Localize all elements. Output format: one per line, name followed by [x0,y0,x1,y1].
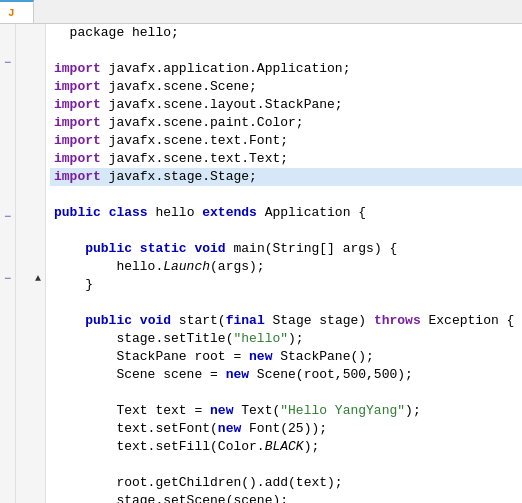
token: package hello; [54,24,179,42]
line-gutter: ▲ [16,24,46,503]
gutter-line-number [16,488,45,503]
token: public [85,312,132,330]
code-line: import javafx.application.Application; [50,60,522,78]
token [54,312,85,330]
code-content[interactable]: package hello;import javafx.application.… [46,24,522,503]
code-line: public void start(final Stage stage) thr… [50,312,522,330]
left-bar-cell [0,318,15,333]
code-line [50,42,522,60]
token: import [54,96,101,114]
fold-triangle-icon[interactable]: ▲ [35,273,41,284]
token: stage.setTitle( [54,330,233,348]
token: Launch [163,258,210,276]
gutter-line-number [16,70,45,85]
collapse-icon[interactable]: − [4,273,11,285]
left-bar-cell [0,395,15,410]
collapse-icon[interactable]: − [4,57,11,69]
code-line: import javafx.scene.text.Font; [50,132,522,150]
editor-container: J −−− ▲ package hello;import javafx.appl… [0,0,522,503]
code-line: Scene scene = new Scene(root,500,500); [50,366,522,384]
token: Text text = [54,402,210,420]
left-bar-cell [0,379,15,394]
code-line: import javafx.scene.Scene; [50,78,522,96]
left-bar-cell [0,225,15,240]
tab-bar: J [0,0,522,24]
gutter-line-number [16,163,45,178]
token: root.getChildren().add(text); [54,474,343,492]
left-bar-cell [0,132,15,147]
token [101,204,109,222]
left-bar-cell[interactable]: − [0,209,15,224]
token: Exception { [421,312,515,330]
left-bar-cell [0,117,15,132]
code-line: import javafx.scene.layout.StackPane; [50,96,522,114]
token [54,240,85,258]
gutter-line-number [16,333,45,348]
left-bar-cell [0,256,15,271]
gutter-line-number [16,117,45,132]
left-bar-cell [0,24,15,39]
left-bar-cell[interactable]: − [0,55,15,70]
gutter-line-number [16,225,45,240]
token: import [54,60,101,78]
code-area: −−− ▲ package hello;import javafx.applic… [0,24,522,503]
code-line: root.getChildren().add(text); [50,474,522,492]
token: throws [374,312,421,330]
token: start( [171,312,226,330]
code-line: } [50,276,522,294]
token: public [54,204,101,222]
token: extends [202,204,257,222]
token: javafx.scene.text.Text; [101,150,288,168]
gutter-line-number [16,101,45,116]
token: void [140,312,171,330]
code-line: import javafx.stage.Stage; [50,168,522,186]
token: import [54,78,101,96]
token [187,240,195,258]
left-bar-cell [0,333,15,348]
gutter-line-number [16,24,45,39]
code-line: public static void main(String[] args) { [50,240,522,258]
left-bar-cell [0,240,15,255]
gutter-line-number [16,86,45,101]
gutter-line-number [16,457,45,472]
code-line: import javafx.scene.text.Text; [50,150,522,168]
token: javafx.application. [101,60,257,78]
left-bar-cell [0,349,15,364]
token: main(String[] args) { [226,240,398,258]
gutter-line-number [16,472,45,487]
gutter-line-number [16,441,45,456]
token: Text( [233,402,280,420]
gutter-line-number [16,39,45,54]
token: Font(25)); [241,420,327,438]
left-bar-cell[interactable]: − [0,271,15,286]
token: void [194,240,225,258]
gutter-line-number [16,410,45,425]
token: (args); [210,258,265,276]
token: text.setFont( [54,420,218,438]
editor-tab[interactable]: J [0,0,34,23]
gutter-line-number [16,426,45,441]
gutter-line-number [16,240,45,255]
gutter-line-number [16,55,45,70]
token: "Hello YangYang" [280,402,405,420]
token: stage.setScene(scene); [54,492,288,503]
code-line [50,456,522,474]
code-line [50,294,522,312]
token: Application { [257,204,366,222]
gutter-line-number [16,364,45,379]
left-bar-cell [0,179,15,194]
gutter-line-number [16,302,45,317]
left-bar-cell [0,410,15,425]
token: ); [304,438,320,456]
file-icon: J [8,7,15,19]
left-bar-cell [0,472,15,487]
token: javafx.scene.text.Font; [101,132,288,150]
token: ); [288,330,304,348]
collapse-icon[interactable]: − [4,211,11,223]
left-bar-cell [0,163,15,178]
token: BLACK [265,438,304,456]
code-line: import javafx.scene.paint.Color; [50,114,522,132]
token: class [109,204,148,222]
code-line: StackPane root = new StackPane(); [50,348,522,366]
token [132,240,140,258]
